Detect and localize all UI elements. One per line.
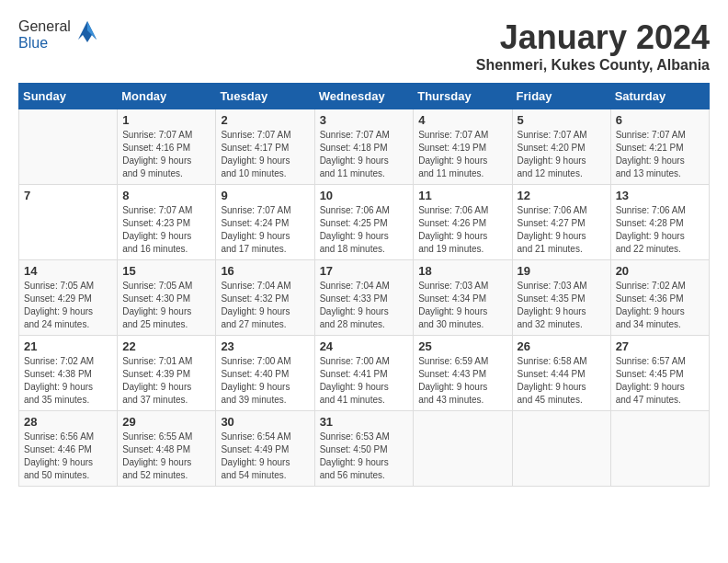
calendar-cell: 25Sunrise: 6:59 AM Sunset: 4:43 PM Dayli… [414,336,512,411]
calendar-cell: 4Sunrise: 7:07 AM Sunset: 4:19 PM Daylig… [414,109,512,185]
day-number: 12 [518,189,606,202]
cell-content: Sunrise: 6:58 AM Sunset: 4:44 PM Dayligh… [518,355,606,407]
weekday-header-sunday: Sunday [19,84,118,109]
week-row-2: 78Sunrise: 7:07 AM Sunset: 4:23 PM Dayli… [19,185,710,260]
logo-blue-text: Blue [18,35,48,51]
month-title: January 2024 [476,18,710,57]
cell-content: Sunrise: 7:06 AM Sunset: 4:27 PM Dayligh… [518,204,606,256]
week-row-5: 28Sunrise: 6:56 AM Sunset: 4:46 PM Dayli… [19,411,710,487]
weekday-header-thursday: Thursday [414,84,512,109]
weekday-header-row: SundayMondayTuesdayWednesdayThursdayFrid… [19,84,710,109]
day-number: 29 [122,415,210,429]
calendar-cell: 1Sunrise: 7:07 AM Sunset: 4:16 PM Daylig… [118,109,216,185]
cell-content: Sunrise: 7:07 AM Sunset: 4:23 PM Dayligh… [122,204,210,256]
logo: General Blue [18,18,101,52]
cell-content: Sunrise: 7:00 AM Sunset: 4:41 PM Dayligh… [320,355,409,407]
calendar-cell: 6Sunrise: 7:07 AM Sunset: 4:21 PM Daylig… [610,109,709,185]
cell-content: Sunrise: 7:05 AM Sunset: 4:29 PM Dayligh… [24,280,112,331]
calendar-cell: 10Sunrise: 7:06 AM Sunset: 4:25 PM Dayli… [314,185,414,260]
week-row-1: 1Sunrise: 7:07 AM Sunset: 4:16 PM Daylig… [19,109,710,185]
cell-content: Sunrise: 7:01 AM Sunset: 4:39 PM Dayligh… [122,355,210,407]
day-number: 27 [616,339,704,353]
cell-content: Sunrise: 6:53 AM Sunset: 4:50 PM Dayligh… [320,431,409,482]
calendar-cell: 21Sunrise: 7:02 AM Sunset: 4:38 PM Dayli… [19,336,118,411]
calendar-cell: 7 [19,185,118,260]
cell-content: Sunrise: 7:07 AM Sunset: 4:19 PM Dayligh… [418,129,506,180]
day-number: 9 [221,189,309,202]
day-number: 14 [24,264,112,278]
cell-content: Sunrise: 7:07 AM Sunset: 4:17 PM Dayligh… [221,129,309,180]
day-number: 15 [122,264,210,278]
calendar-cell: 15Sunrise: 7:05 AM Sunset: 4:30 PM Dayli… [118,260,216,336]
day-number: 11 [418,189,506,202]
calendar-cell: 14Sunrise: 7:05 AM Sunset: 4:29 PM Dayli… [19,260,118,336]
calendar-cell [19,109,118,185]
cell-content: Sunrise: 7:03 AM Sunset: 4:34 PM Dayligh… [418,280,506,331]
cell-content: Sunrise: 7:07 AM Sunset: 4:24 PM Dayligh… [221,204,309,256]
calendar-cell: 18Sunrise: 7:03 AM Sunset: 4:34 PM Dayli… [414,260,512,336]
logo-icon [74,17,101,44]
cell-content: Sunrise: 7:06 AM Sunset: 4:26 PM Dayligh… [418,204,506,256]
calendar-cell: 23Sunrise: 7:00 AM Sunset: 4:40 PM Dayli… [216,336,314,411]
calendar-cell: 11Sunrise: 7:06 AM Sunset: 4:26 PM Dayli… [414,185,512,260]
calendar-cell: 13Sunrise: 7:06 AM Sunset: 4:28 PM Dayli… [610,185,709,260]
cell-content: Sunrise: 6:54 AM Sunset: 4:49 PM Dayligh… [221,431,309,482]
cell-content: Sunrise: 7:02 AM Sunset: 4:38 PM Dayligh… [24,355,112,407]
calendar-table: SundayMondayTuesdayWednesdayThursdayFrid… [18,83,710,487]
cell-content: Sunrise: 7:05 AM Sunset: 4:30 PM Dayligh… [122,280,210,331]
calendar-cell: 9Sunrise: 7:07 AM Sunset: 4:24 PM Daylig… [216,185,314,260]
day-number: 2 [221,113,309,127]
cell-content: Sunrise: 7:07 AM Sunset: 4:20 PM Dayligh… [518,129,606,180]
day-number: 31 [320,415,409,429]
day-number: 21 [24,339,112,353]
calendar-cell: 20Sunrise: 7:02 AM Sunset: 4:36 PM Dayli… [610,260,709,336]
day-number: 25 [418,339,506,353]
calendar-cell [610,411,709,487]
cell-content: Sunrise: 6:56 AM Sunset: 4:46 PM Dayligh… [24,431,112,482]
cell-content: Sunrise: 7:00 AM Sunset: 4:40 PM Dayligh… [221,355,309,407]
calendar-cell: 24Sunrise: 7:00 AM Sunset: 4:41 PM Dayli… [314,336,414,411]
day-number: 1 [122,113,210,127]
cell-content: Sunrise: 6:59 AM Sunset: 4:43 PM Dayligh… [418,355,506,407]
day-number: 3 [320,113,409,127]
day-number: 5 [518,113,606,127]
weekday-header-wednesday: Wednesday [314,84,414,109]
cell-content: Sunrise: 6:57 AM Sunset: 4:45 PM Dayligh… [616,355,704,407]
weekday-header-saturday: Saturday [610,84,709,109]
calendar-cell: 19Sunrise: 7:03 AM Sunset: 4:35 PM Dayli… [512,260,610,336]
week-row-3: 14Sunrise: 7:05 AM Sunset: 4:29 PM Dayli… [19,260,710,336]
page-header: General Blue January 2024 Shenmeri, Kuke… [18,18,710,74]
day-number: 16 [221,264,309,278]
cell-content: Sunrise: 7:07 AM Sunset: 4:21 PM Dayligh… [616,129,704,180]
day-number: 7 [24,189,112,202]
calendar-cell: 22Sunrise: 7:01 AM Sunset: 4:39 PM Dayli… [118,336,216,411]
day-number: 10 [320,189,409,202]
cell-content: Sunrise: 7:07 AM Sunset: 4:18 PM Dayligh… [320,129,409,180]
logo-general-text: General [18,18,71,34]
calendar-cell: 12Sunrise: 7:06 AM Sunset: 4:27 PM Dayli… [512,185,610,260]
day-number: 20 [616,264,704,278]
day-number: 26 [518,339,606,353]
weekday-header-monday: Monday [118,84,216,109]
day-number: 22 [122,339,210,353]
calendar-cell: 28Sunrise: 6:56 AM Sunset: 4:46 PM Dayli… [19,411,118,487]
day-number: 30 [221,415,309,429]
weekday-header-friday: Friday [512,84,610,109]
cell-content: Sunrise: 7:06 AM Sunset: 4:28 PM Dayligh… [616,204,704,256]
calendar-cell: 5Sunrise: 7:07 AM Sunset: 4:20 PM Daylig… [512,109,610,185]
cell-content: Sunrise: 7:04 AM Sunset: 4:32 PM Dayligh… [221,280,309,331]
calendar-cell: 27Sunrise: 6:57 AM Sunset: 4:45 PM Dayli… [610,336,709,411]
day-number: 13 [616,189,704,202]
day-number: 24 [320,339,409,353]
calendar-cell: 30Sunrise: 6:54 AM Sunset: 4:49 PM Dayli… [216,411,314,487]
day-number: 23 [221,339,309,353]
weekday-header-tuesday: Tuesday [216,84,314,109]
day-number: 18 [418,264,506,278]
cell-content: Sunrise: 7:04 AM Sunset: 4:33 PM Dayligh… [320,280,409,331]
calendar-cell: 17Sunrise: 7:04 AM Sunset: 4:33 PM Dayli… [314,260,414,336]
calendar-cell: 8Sunrise: 7:07 AM Sunset: 4:23 PM Daylig… [118,185,216,260]
cell-content: Sunrise: 7:03 AM Sunset: 4:35 PM Dayligh… [518,280,606,331]
cell-content: Sunrise: 6:55 AM Sunset: 4:48 PM Dayligh… [122,431,210,482]
title-block: January 2024 Shenmeri, Kukes County, Alb… [476,18,710,74]
day-number: 8 [122,189,210,202]
